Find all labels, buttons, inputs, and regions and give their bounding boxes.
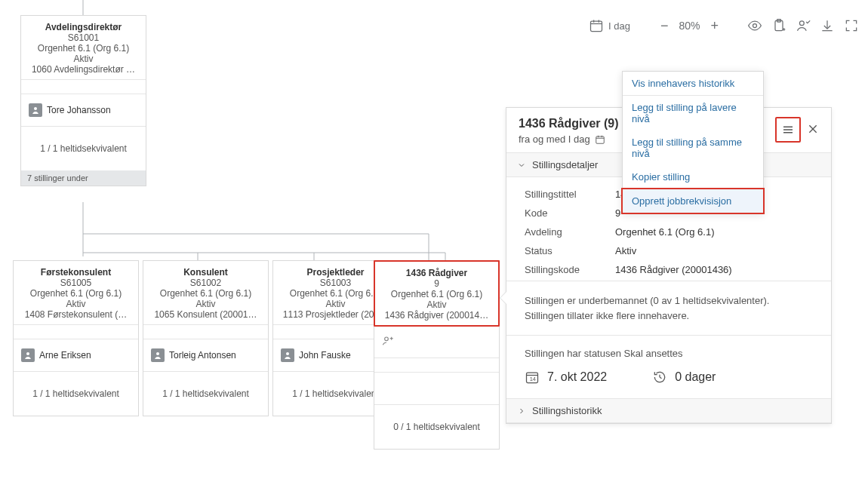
panel-effective: fra og med I dag	[519, 134, 590, 145]
holder-name: Torleig Antonsen	[169, 350, 236, 361]
svg-point-22	[34, 107, 37, 110]
person-check-button[interactable]	[794, 17, 812, 35]
calendar-icon	[595, 134, 605, 145]
understaffed-line1: Stillingen er underbemannet (0 av 1 helt…	[525, 293, 813, 308]
menu-item-history[interactable]: Vis innehavers historikk	[623, 72, 763, 95]
holder-name: Tore Johansson	[47, 105, 111, 115]
value-kode: 9	[615, 207, 620, 219]
understaffed-line2: Stillingen tillater ikke flere innehaver…	[525, 308, 813, 324]
menu-item-create-requisition[interactable]: Opprett jobbrekvisisjon	[622, 189, 764, 213]
menu-item-add-lower[interactable]: Legg til stilling på lavere nivå	[623, 96, 763, 130]
today-label: I dag	[608, 20, 630, 32]
card-code: 9	[380, 278, 494, 289]
card-position-code: 1408 Førstekonsulent (…	[18, 309, 134, 320]
card-org: Orgenhet 6.1 (Org 6.1)	[26, 43, 141, 54]
card-holder: Tore Johansson	[21, 94, 146, 127]
context-menu: Vis innehavers historikk Legg til stilli…	[622, 71, 764, 213]
expand-icon	[844, 18, 859, 33]
eye-icon	[747, 18, 762, 33]
card-org: Orgenhet 6.1 (Org 6.1)	[18, 288, 134, 299]
avatar	[29, 103, 42, 117]
status-days: 0 dager	[675, 370, 716, 384]
card-code: S61001	[26, 32, 141, 43]
avatar	[21, 348, 35, 362]
label-avdeling: Avdeling	[525, 226, 615, 238]
chevron-right-icon	[517, 407, 526, 416]
status-text: Stillingen har statusen Skal ansettes	[525, 348, 813, 359]
card-head: Avdelingsdirektør S61001 Orgenhet 6.1 (O…	[21, 16, 146, 80]
today-button[interactable]: I dag	[583, 15, 636, 36]
holder-name: Arne Eriksen	[39, 350, 91, 361]
card-title: Konsulent	[148, 267, 263, 278]
download-icon	[820, 18, 835, 33]
card-fte: 1 / 1 heltidsekvivalent	[14, 372, 138, 416]
card-title: 1436 Rådgiver	[380, 268, 494, 278]
section-details-label: Stillingsdetaljer	[532, 159, 598, 170]
holder-name: John Fauske	[299, 350, 351, 361]
label-kode: Kode	[525, 207, 615, 219]
panel-title: 1436 Rådgiver (9)	[519, 117, 619, 130]
card-code: S61005	[18, 278, 134, 288]
menu-item-add-same[interactable]: Legg til stilling på samme nivå	[623, 130, 763, 165]
menu-item-copy[interactable]: Kopier stilling	[623, 165, 763, 189]
section-history-label: Stillingshistorikk	[532, 405, 602, 416]
chevron-down-icon	[517, 161, 526, 170]
svg-point-19	[799, 21, 804, 26]
avatar	[281, 348, 294, 362]
svg-text:14: 14	[530, 376, 536, 382]
svg-line-42	[660, 377, 662, 379]
visibility-button[interactable]	[746, 17, 764, 35]
card-position-code: 1060 Avdelingsdirektør …	[26, 64, 141, 75]
zoom-in-button[interactable]: +	[710, 18, 719, 34]
card-org: Orgenhet 6.1 (Org 6.1)	[148, 288, 263, 299]
value-avdeling: Orgenhet 6.1 (Org 6.1)	[615, 226, 715, 238]
card-status: Aktiv	[18, 299, 134, 309]
card-fte: 1 / 1 heltidsekvivalent	[143, 372, 268, 416]
card-fte: 1 / 1 heltidsekvivalent	[21, 127, 146, 170]
close-icon	[807, 123, 819, 135]
add-holder-icon[interactable]	[382, 335, 394, 349]
status-date: 7. okt 2022	[547, 370, 607, 384]
svg-rect-10	[591, 21, 602, 31]
org-card-child-selected[interactable]: 1436 Rådgiver 9 Orgenhet 6.1 (Org 6.1) A…	[374, 260, 500, 450]
panel-close-button[interactable]	[807, 123, 819, 137]
fullscreen-button[interactable]	[842, 17, 860, 35]
card-fte: 0 / 1 heltidsekvivalent	[374, 405, 499, 449]
card-status: Aktiv	[148, 299, 263, 309]
svg-point-24	[156, 352, 159, 355]
download-button[interactable]	[818, 17, 836, 35]
panel-pointer	[500, 292, 506, 304]
card-title: Avdelingsdirektør	[26, 22, 141, 32]
avatar	[151, 348, 165, 362]
card-footer[interactable]: 7 stillinger under	[21, 170, 146, 186]
org-card-parent[interactable]: Avdelingsdirektør S61001 Orgenhet 6.1 (O…	[20, 15, 146, 186]
card-org: Orgenhet 6.1 (Org 6.1)	[380, 289, 494, 299]
clipboard-add-button[interactable]	[770, 17, 788, 35]
svg-point-14	[753, 24, 757, 28]
card-code: S61002	[148, 278, 263, 288]
understaffed-block: Stillingen er underbemannet (0 av 1 helt…	[506, 281, 831, 335]
label-status: Status	[525, 245, 615, 256]
panel-menu-button[interactable]	[775, 117, 801, 143]
calendar-icon	[589, 18, 604, 33]
card-position-code: 1065 Konsulent (20001…	[148, 309, 263, 320]
svg-point-25	[286, 352, 289, 355]
history-icon	[652, 370, 667, 385]
clipboard-plus-icon	[771, 18, 786, 33]
label-stillingskode: Stillingskode	[525, 264, 615, 275]
value-stillingskode: 1436 Rådgiver (20001436)	[615, 264, 732, 275]
org-card-child[interactable]: Førstekonsulent S61005 Orgenhet 6.1 (Org…	[13, 260, 139, 416]
card-status: Aktiv	[380, 299, 494, 310]
svg-rect-29	[596, 136, 604, 143]
status-block: Stillingen har statusen Skal ansettes 14…	[506, 335, 831, 398]
section-history-header[interactable]: Stillingshistorikk	[506, 398, 831, 423]
zoom-value: 80%	[679, 20, 700, 32]
label-stillingstittel: Stillingstittel	[525, 189, 615, 200]
card-position-code: 1436 Rådgiver (200014…	[380, 310, 494, 321]
value-status: Aktiv	[615, 245, 636, 256]
org-card-child[interactable]: Konsulent S61002 Orgenhet 6.1 (Org 6.1) …	[143, 260, 269, 416]
svg-point-23	[26, 352, 29, 355]
zoom-out-button[interactable]: −	[660, 18, 669, 34]
card-title: Førstekonsulent	[18, 267, 134, 278]
zoom-group: − 80% +	[660, 18, 719, 34]
